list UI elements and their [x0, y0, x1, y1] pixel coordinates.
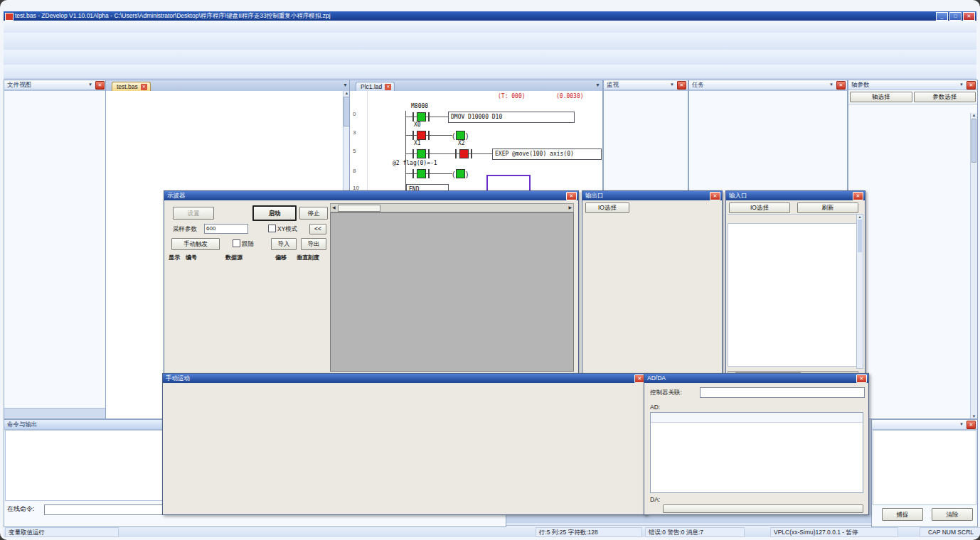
ladder-instruction-exep[interactable]: EXEP @move(100) axis(0) — [492, 148, 602, 160]
scope-dialog-title[interactable]: 示波器 ✕ — [164, 191, 578, 200]
clear-button[interactable]: 清除 — [932, 508, 973, 521]
maximize-button[interactable]: □ — [949, 12, 962, 21]
controller-assoc-input[interactable] — [700, 387, 865, 398]
close-panel-icon[interactable]: ✕ — [966, 421, 976, 429]
inputs-vscrollbar[interactable]: ▲ — [856, 214, 863, 369]
ladder-contact-m8000[interactable] — [412, 112, 430, 122]
inputs-dialog: 输入口 ✕ IO选择 刷新 ▲ ◀ ▶ — [725, 190, 866, 385]
sample-param-input[interactable]: 600 — [204, 224, 248, 234]
output-button-grid — [585, 214, 720, 373]
close-button[interactable]: ✕ — [963, 12, 975, 21]
watch-table-header — [604, 90, 688, 91]
manual-dialog-title[interactable]: 手动运动 ✕ — [163, 374, 646, 383]
col-scale-label: 垂直刻度 — [297, 254, 319, 261]
pin-icon[interactable]: ▾ — [828, 81, 835, 88]
col-show-label: 显示 — [169, 254, 180, 261]
close-panel-icon[interactable]: ✕ — [836, 81, 846, 90]
ladder-contact-flag[interactable] — [412, 169, 430, 178]
adda-dialog-title[interactable]: AD/DA ✕ — [644, 374, 868, 383]
rung-number: 3 — [353, 129, 356, 136]
title-bar: test.bas - ZDevelop V1.10.01Alpha - C:\U… — [4, 11, 976, 21]
toolbar-main — [4, 33, 976, 50]
xy-mode-checkbox[interactable] — [268, 225, 276, 232]
outputs-dialog-title[interactable]: 输出口 ✕ — [582, 191, 722, 200]
capture-panel-header: ▾ ✕ — [872, 420, 977, 430]
collapse-button[interactable]: << — [309, 224, 326, 234]
toolbar-debug — [4, 65, 976, 79]
manual-motion-dialog: 手动运动 ✕ — [162, 373, 647, 515]
scope-hscrollbar[interactable]: ◀ ▶ — [330, 203, 574, 212]
axis-select-button[interactable]: 轴选择 — [850, 92, 912, 102]
status-hint: 变量取值运行 — [5, 527, 119, 537]
xy-mode-label: XY模式 — [277, 225, 297, 234]
close-panel-icon[interactable]: ✕ — [95, 81, 105, 90]
axis-table-body — [848, 104, 977, 406]
contact-label-flag: @2 flag(0)=-1 — [393, 160, 437, 166]
ladder-coil-y1[interactable]: () — [452, 169, 468, 178]
scope-chart — [330, 212, 574, 372]
online-command-input[interactable] — [44, 504, 171, 515]
pin-icon[interactable]: ▾ — [87, 81, 94, 88]
ad-label: AD: — [650, 404, 660, 411]
scope-title-text: 示波器 — [167, 192, 186, 199]
tab-list-dropdown-icon[interactable]: ▼ — [343, 82, 348, 87]
scan-cycle-label: (0.0030) — [556, 93, 584, 99]
ladder-instruction-dmov[interactable]: DMOV D10000 D10 — [448, 112, 575, 123]
window-title: test.bas - ZDevelop V1.10.01Alpha - C:\U… — [15, 12, 331, 19]
editor-tabstrip: test.bas ✕ ▼ — [106, 80, 350, 92]
adda-dialog: AD/DA ✕ 控制器关联: AD: DA: — [644, 373, 869, 515]
param-select-button[interactable]: 参数选择 — [914, 92, 976, 102]
tab-list-dropdown-icon[interactable]: ▼ — [595, 82, 600, 87]
scope-start-button[interactable]: 启动 — [252, 205, 297, 221]
export-button[interactable]: 导出 — [301, 238, 326, 250]
close-dialog-icon[interactable]: ✕ — [710, 192, 720, 200]
contact-label-m8000: M8000 — [411, 103, 428, 109]
ladder-tab-label: Plc1.lad — [361, 83, 382, 90]
scope-settings-button[interactable]: 设置 — [173, 207, 214, 220]
axis-panel-title: 轴参数 — [851, 81, 870, 88]
file-panel-title: 文件视图 — [7, 81, 31, 88]
close-tab-icon[interactable]: ✕ — [385, 84, 391, 90]
watch-panel-title: 监视 — [607, 81, 619, 88]
contact-label-x2: X2 — [458, 140, 465, 146]
manual-trigger-button[interactable]: 手动触发 — [171, 238, 220, 250]
follow-checkbox[interactable] — [233, 239, 240, 247]
da-strip[interactable] — [663, 504, 863, 513]
ladder-contact-x1[interactable] — [412, 149, 430, 158]
watch-panel-header: 监视 ▾ ✕ — [604, 80, 688, 90]
pin-icon[interactable]: ▾ — [958, 81, 965, 88]
tab-test-bas[interactable]: test.bas ✕ — [112, 82, 151, 91]
import-button[interactable]: 导入 — [271, 238, 297, 250]
close-panel-icon[interactable]: ✕ — [966, 81, 976, 90]
contact-label-x0: X0 — [414, 122, 421, 128]
app-window: test.bas - ZDevelop V1.10.01Alpha - C:\U… — [0, 0, 980, 540]
scope-stop-button[interactable]: 停止 — [299, 207, 328, 220]
rung-number: 0 — [353, 111, 356, 117]
tab-plc1-lad[interactable]: Plc1.lad ✕ — [356, 82, 395, 91]
axis-scrollbar[interactable]: ▲▼ — [970, 113, 977, 418]
rung-number: 5 — [353, 148, 356, 154]
io-select-button[interactable]: IO选择 — [585, 202, 629, 213]
task-panel-header: 任务 ▾ ✕ — [689, 80, 847, 90]
io-select-button[interactable]: IO选择 — [729, 202, 790, 213]
pin-icon[interactable]: ▾ — [958, 421, 965, 428]
adda-list-header — [651, 413, 863, 423]
ladder-contact-x2[interactable] — [455, 149, 472, 158]
close-panel-icon[interactable]: ✕ — [677, 81, 686, 90]
manual-title-text: 手动运动 — [166, 374, 190, 382]
close-dialog-icon[interactable]: ✕ — [566, 192, 577, 200]
minimize-button[interactable]: _ — [936, 12, 948, 21]
capture-button[interactable]: 捕捉 — [882, 508, 923, 521]
ladder-coil-y0[interactable]: () — [452, 131, 468, 140]
scan-time-label: (T: 000) — [498, 93, 526, 99]
close-dialog-icon[interactable]: ✕ — [853, 192, 863, 200]
pin-icon[interactable]: ▾ — [669, 81, 676, 88]
ad-channel-list[interactable] — [650, 412, 863, 493]
outputs-dialog: 输出口 ✕ IO选择 — [582, 190, 723, 375]
inputs-dialog-title[interactable]: 输入口 ✕ — [726, 191, 865, 200]
file-table-header — [4, 90, 106, 91]
close-dialog-icon[interactable]: ✕ — [856, 374, 867, 383]
refresh-button[interactable]: 刷新 — [797, 202, 858, 213]
close-tab-icon[interactable]: ✕ — [141, 84, 147, 90]
ladder-contact-x0[interactable] — [412, 131, 430, 140]
